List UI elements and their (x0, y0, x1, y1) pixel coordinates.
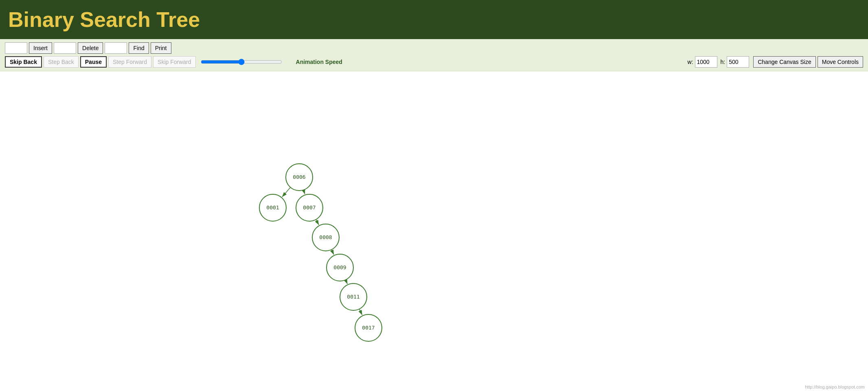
tree-node: 0009 (327, 254, 353, 281)
toolbar: Insert Delete Find Print Skip Back Step … (0, 39, 868, 71)
svg-text:0006: 0006 (293, 174, 305, 180)
tree-node: 0006 (286, 164, 313, 191)
canvas-size-controls: w: h: Change Canvas Size Move Controls (688, 56, 863, 68)
insert-button[interactable]: Insert (29, 42, 52, 54)
tree-edge (303, 190, 305, 194)
canvas-height-input[interactable] (727, 56, 749, 68)
tree-edge (346, 280, 348, 284)
step-forward-button[interactable]: Step Forward (108, 56, 151, 68)
move-controls-button[interactable]: Move Controls (818, 56, 863, 68)
page-title: Binary Search Tree (8, 7, 860, 32)
svg-text:0008: 0008 (319, 234, 332, 240)
svg-text:0017: 0017 (362, 325, 375, 331)
insert-input[interactable] (5, 42, 27, 54)
height-label: h: (721, 59, 726, 65)
svg-text:0007: 0007 (303, 204, 316, 211)
tree-nodes: 0006000100070008000900110017 (259, 164, 382, 341)
tree-node: 0011 (340, 283, 367, 310)
pause-button[interactable]: Pause (80, 56, 107, 68)
svg-text:0009: 0009 (333, 264, 346, 270)
svg-text:0011: 0011 (347, 294, 359, 300)
tree-node: 0017 (355, 314, 382, 341)
skip-forward-button[interactable]: Skip Forward (153, 56, 195, 68)
footer-url: http://blog.gaipo.blogspot.com (805, 384, 865, 389)
width-label: w: (688, 59, 693, 65)
print-button[interactable]: Print (151, 42, 171, 54)
delete-button[interactable]: Delete (78, 42, 103, 54)
tree-edge (316, 220, 319, 225)
tree-edge (359, 309, 362, 315)
toolbar-row2: Skip Back Step Back Pause Step Forward S… (5, 56, 863, 68)
toolbar-row1: Insert Delete Find Print (5, 42, 863, 54)
tree-svg: 0006000100070008000900110017 (0, 71, 868, 389)
canvas-width-input[interactable] (695, 56, 717, 68)
tree-edge (282, 187, 290, 197)
page-header: Binary Search Tree (0, 0, 868, 39)
canvas-area: 0006000100070008000900110017 (0, 71, 868, 389)
tree-node: 0007 (296, 194, 323, 221)
svg-text:0001: 0001 (266, 204, 279, 211)
tree-node: 0001 (259, 194, 286, 221)
delete-input[interactable] (54, 42, 76, 54)
find-button[interactable]: Find (129, 42, 149, 54)
animation-speed-slider[interactable] (201, 56, 282, 68)
animation-speed-label: Animation Speed (284, 59, 342, 65)
find-input[interactable] (105, 42, 127, 54)
change-canvas-button[interactable]: Change Canvas Size (753, 56, 816, 68)
tree-edge (331, 250, 334, 255)
skip-back-button[interactable]: Skip Back (5, 56, 42, 68)
tree-node: 0008 (312, 224, 339, 251)
step-back-button[interactable]: Step Back (44, 56, 79, 68)
